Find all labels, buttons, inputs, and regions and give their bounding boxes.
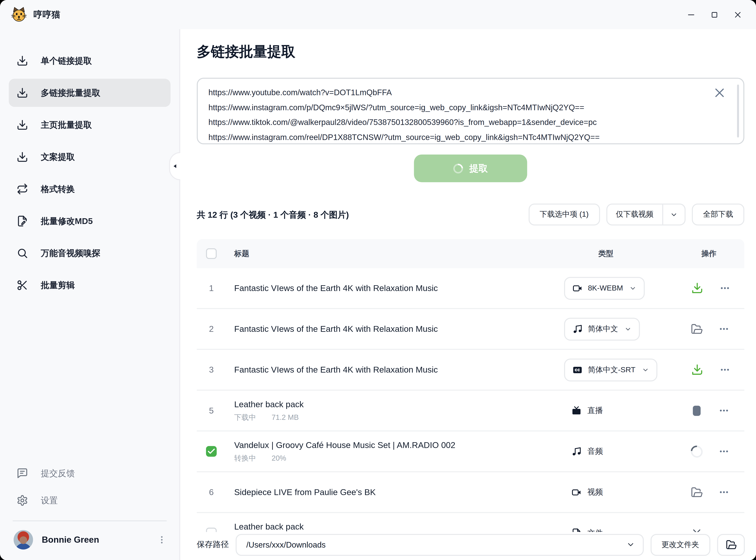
- row-actions: [691, 404, 730, 417]
- row-title: Fantastic VIews of the Earth 4K with Rel…: [234, 324, 545, 334]
- sidebar-footer-item[interactable]: 设置: [9, 487, 171, 514]
- type-label-group: 直播: [571, 405, 603, 416]
- open-folder-icon[interactable]: [691, 322, 703, 335]
- type-label: 视频: [588, 487, 603, 497]
- row-actions: [691, 322, 730, 335]
- row-select-cell: 2: [206, 324, 234, 334]
- row-title-cell: Vandelux | Groovy Café House Music Set |…: [234, 440, 545, 463]
- video-icon: [573, 283, 582, 293]
- type-label-group: 音频: [571, 446, 603, 456]
- summary-row: 共 12 行 (3 个视频 · 1 个音频 · 8 个图片) 下载选中项 (1)…: [197, 203, 744, 225]
- user-profile[interactable]: Bonnie Green: [0, 521, 179, 553]
- sidebar-item-label: 格式转换: [41, 183, 75, 195]
- more-options-icon[interactable]: [719, 445, 730, 457]
- row-number: 1: [206, 283, 217, 293]
- sidebar-nav: 单个链接提取多链接批量提取主页批量提取文案提取格式转换批量修改MD5万能音视频嗅…: [0, 43, 179, 303]
- open-folder-icon[interactable]: [717, 534, 745, 556]
- tv-icon: [571, 405, 581, 416]
- stop-button[interactable]: [691, 404, 703, 417]
- sidebar-item[interactable]: 批量剪辑: [9, 271, 171, 299]
- sidebar-item[interactable]: 多链接批量提取: [9, 79, 171, 107]
- app-body: 单个链接提取多链接批量提取主页批量提取文案提取格式转换批量修改MD5万能音视频嗅…: [0, 29, 756, 560]
- extract-button-label: 提取: [469, 162, 488, 175]
- download-icon: [17, 151, 28, 163]
- page-title: 多链接批量提取: [197, 43, 744, 60]
- close-icon[interactable]: [734, 9, 745, 20]
- sidebar-footer-nav: 提交反馈设置: [0, 460, 179, 514]
- type-dropdown[interactable]: 简体中文-SRT: [564, 358, 657, 381]
- download-all-button[interactable]: 全部下载: [692, 203, 744, 225]
- sidebar-item-label: 文案提取: [41, 151, 75, 163]
- app-window: 哼哼猫 单个链接提取多链接批量提取主页批量提取文案提取格式转换批量修改MD5万能…: [0, 0, 756, 560]
- table-row: 3Fantastic VIews of the Earth 4K with Re…: [197, 349, 744, 389]
- change-folder-button[interactable]: 更改文件夹: [650, 534, 710, 556]
- download-toolbar: 下载选中项 (1) 仅下载视频 全部下载: [529, 203, 744, 225]
- chevron-down-icon: [626, 540, 635, 549]
- window-controls: [687, 9, 745, 20]
- video-only-dropdown[interactable]: 仅下载视频: [606, 203, 685, 225]
- row-title-cell: Fantastic VIews of the Earth 4K with Rel…: [234, 283, 545, 293]
- row-actions: [691, 282, 730, 294]
- type-dropdown[interactable]: 简体中文: [564, 317, 640, 340]
- sidebar-item[interactable]: 单个链接提取: [9, 47, 171, 75]
- chevron-down-icon: [629, 284, 637, 292]
- row-select-cell: 3: [206, 365, 234, 375]
- sidebar-item-label: 主页批量提取: [41, 119, 92, 131]
- row-select-cell: 5: [206, 405, 234, 416]
- clear-input-icon[interactable]: [713, 86, 726, 99]
- results-table: 标题 类型 操作 1Fantastic VIews of the Earth 4…: [197, 239, 744, 553]
- gear-icon: [17, 495, 28, 506]
- row-type-cell: 视频: [545, 487, 667, 497]
- row-actions: [691, 363, 730, 376]
- row-title-cell: Fantastic VIews of the Earth 4K with Rel…: [234, 365, 545, 375]
- row-type-cell: 音频: [545, 446, 667, 456]
- save-path-select[interactable]: /Users/xxx/Downloads: [236, 534, 644, 556]
- row-type-cell: 简体中文-SRT: [545, 358, 667, 381]
- status-text: 下载中: [234, 413, 256, 422]
- type-label-group: 视频: [571, 487, 603, 497]
- type-dropdown[interactable]: 8K-WEBM: [564, 277, 645, 299]
- table-header: 标题 类型 操作: [197, 239, 744, 268]
- minimize-icon[interactable]: [687, 9, 699, 20]
- textarea-scrollbar[interactable]: [737, 84, 739, 138]
- music-icon: [571, 446, 581, 456]
- download-icon[interactable]: [691, 363, 703, 376]
- download-selected-button[interactable]: 下载选中项 (1): [529, 203, 600, 225]
- column-header-action: 操作: [667, 248, 730, 259]
- url-line: https://www.youtube.com/watch?v=DOT1LmQb…: [208, 85, 718, 100]
- progress-value: 71.2 MB: [272, 413, 299, 422]
- chevron-down-icon: [642, 366, 649, 374]
- maximize-icon[interactable]: [710, 9, 722, 20]
- sidebar-item[interactable]: 文案提取: [9, 143, 171, 171]
- more-options-icon[interactable]: [719, 323, 730, 335]
- progress-value: 20%: [272, 454, 286, 463]
- type-label: 简体中文: [588, 324, 618, 334]
- row-checkbox[interactable]: [206, 446, 217, 457]
- file-edit-icon: [17, 215, 28, 227]
- table-row: 6Sidepiece LIVE from Paulie Gee's BK视频: [197, 471, 744, 512]
- more-options-icon[interactable]: [719, 405, 730, 417]
- sidebar-item[interactable]: 万能音视频嗅探: [9, 239, 171, 267]
- sidebar-item-label: 批量剪辑: [41, 279, 75, 291]
- row-select-cell: 1: [206, 283, 234, 293]
- more-options-icon[interactable]: [720, 364, 730, 376]
- row-title: Leather back pack: [234, 521, 545, 532]
- chevron-down-icon[interactable]: [663, 211, 684, 218]
- sidebar-item[interactable]: 批量修改MD5: [9, 207, 171, 235]
- more-options-icon[interactable]: [720, 282, 730, 294]
- sidebar-item[interactable]: 格式转换: [9, 175, 171, 203]
- sidebar-footer-item[interactable]: 提交反馈: [9, 460, 171, 486]
- more-options-icon[interactable]: [719, 486, 730, 498]
- sidebar-item[interactable]: 主页批量提取: [9, 111, 171, 139]
- extract-button[interactable]: 提取: [414, 155, 527, 182]
- status-text: 转换中: [234, 454, 256, 463]
- url-textarea[interactable]: https://www.youtube.com/watch?v=DOT1LmQb…: [197, 78, 744, 144]
- video-only-label: 仅下载视频: [607, 209, 662, 220]
- sidebar-item-label: 多链接批量提取: [41, 87, 100, 99]
- table-row: 2Fantastic VIews of the Earth 4K with Re…: [197, 308, 744, 349]
- column-header-type: 类型: [545, 248, 667, 259]
- download-icon[interactable]: [691, 282, 703, 294]
- select-all-checkbox[interactable]: [206, 248, 217, 259]
- open-folder-icon[interactable]: [691, 486, 703, 498]
- user-menu-dots-icon[interactable]: [157, 534, 168, 546]
